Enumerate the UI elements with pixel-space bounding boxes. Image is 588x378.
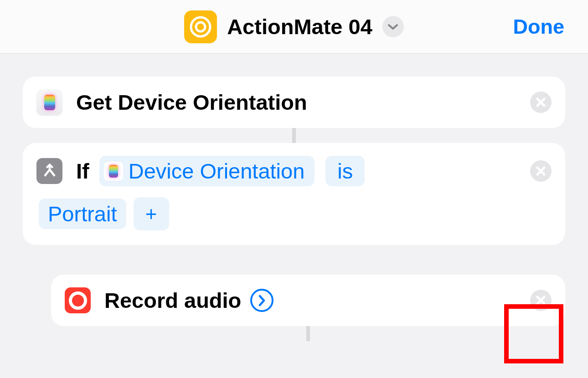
close-icon — [536, 166, 546, 176]
value-text: Portrait — [48, 201, 117, 226]
condition-pill[interactable]: is — [325, 156, 365, 186]
chevron-down-icon — [388, 24, 398, 30]
action-title: Get Device Orientation — [76, 90, 530, 115]
workflow-content: Get Device Orientation If Device Orienta… — [0, 54, 588, 341]
action-card-record-audio[interactable]: Record audio — [51, 275, 565, 326]
rainbow-icon — [109, 165, 118, 178]
record-app-icon — [65, 287, 91, 313]
variable-name: Device Orientation — [129, 158, 305, 184]
dropdown-button[interactable] — [382, 16, 404, 37]
svg-point-0 — [191, 17, 210, 36]
shortcut-title[interactable]: ActionMate 04 — [227, 14, 372, 39]
add-condition-button[interactable]: + — [134, 197, 169, 230]
close-icon — [536, 97, 546, 107]
delete-action-button[interactable] — [530, 92, 552, 113]
condition-text: is — [337, 158, 353, 184]
action-card-if[interactable]: If Device Orientation is Portrait — [23, 143, 565, 245]
close-icon — [536, 296, 546, 305]
actionkit-app-icon — [36, 89, 62, 115]
target-icon — [190, 16, 211, 38]
variable-pill-device-orientation[interactable]: Device Orientation — [99, 156, 315, 186]
value-pill-portrait[interactable]: Portrait — [39, 199, 126, 229]
svg-point-1 — [196, 22, 205, 31]
shortcut-app-icon[interactable] — [184, 10, 217, 43]
show-more-button[interactable] — [250, 289, 273, 312]
branch-icon — [41, 163, 58, 179]
rainbow-icon — [44, 95, 55, 110]
delete-action-button[interactable] — [530, 160, 552, 182]
variable-icon-wrapper — [104, 162, 123, 181]
delete-action-button[interactable] — [530, 290, 552, 311]
connector-line — [306, 326, 310, 341]
action-title: Record audio — [104, 288, 241, 313]
action-card-get-orientation[interactable]: Get Device Orientation — [23, 77, 565, 128]
plus-icon: + — [145, 203, 157, 225]
if-action-icon — [36, 158, 62, 184]
header-center: ActionMate 04 — [184, 10, 404, 43]
chevron-right-icon — [258, 295, 265, 306]
if-label: If — [76, 158, 89, 184]
connector-line — [292, 128, 296, 143]
done-button[interactable]: Done — [513, 15, 565, 39]
header-bar: ActionMate 04 Done — [0, 0, 588, 54]
